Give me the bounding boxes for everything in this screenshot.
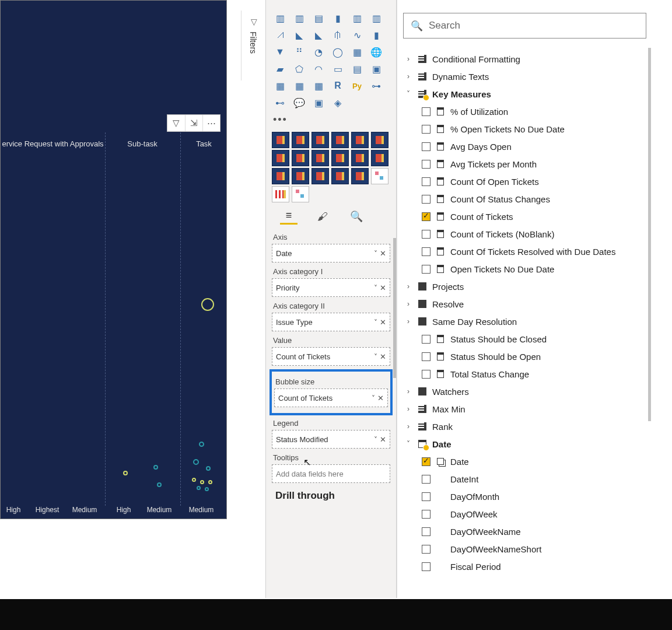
chevron-right-icon[interactable]: ›: [404, 317, 412, 326]
chevron-right-icon[interactable]: ›: [404, 72, 412, 80]
field-checkbox[interactable]: [422, 352, 430, 361]
field-checkbox[interactable]: [422, 160, 430, 169]
field-group[interactable]: ˅Date: [401, 435, 649, 453]
matrix-icon[interactable]: ▦: [310, 78, 327, 93]
treemap-icon[interactable]: ▦: [349, 44, 365, 60]
field-item[interactable]: DayOfMonth: [401, 488, 649, 505]
filter-icon[interactable]: ▽: [167, 115, 185, 131]
multi-row-card-icon[interactable]: ▤: [349, 61, 365, 76]
bubble[interactable]: [206, 466, 211, 471]
decomposition-icon[interactable]: ⊷: [272, 95, 288, 110]
line-column-icon[interactable]: ⫛: [330, 27, 346, 43]
field-checkbox[interactable]: [422, 492, 430, 501]
filters-pane-collapsed[interactable]: ◁ Filters: [241, 10, 264, 80]
custom-visual-icon[interactable]: [272, 168, 289, 184]
gauge-icon[interactable]: ◠: [310, 61, 327, 76]
field-item[interactable]: Status Should be Closed: [401, 330, 649, 348]
field-group[interactable]: ›Rank: [401, 418, 649, 435]
bubble[interactable]: [123, 471, 128, 475]
custom-visual-icon[interactable]: [351, 168, 369, 184]
filled-map-icon[interactable]: ▰: [272, 61, 288, 76]
chevron-down-icon[interactable]: ˅: [404, 440, 412, 448]
stacked-column-icon[interactable]: ▥: [291, 10, 307, 26]
more-visuals-icon[interactable]: •••: [273, 114, 390, 126]
chevron-down-icon[interactable]: ˅: [374, 436, 377, 444]
field-item[interactable]: Fiscal Period: [401, 558, 649, 575]
field-item[interactable]: Count Of Status Changes: [401, 190, 649, 208]
custom-visual-icon[interactable]: [292, 132, 309, 148]
field-group[interactable]: ›Dynamic Texts: [401, 68, 649, 85]
custom-visual-icon[interactable]: [371, 132, 388, 148]
line-chart-icon[interactable]: ⩘: [272, 27, 288, 43]
field-checkbox[interactable]: [422, 527, 430, 536]
field-item[interactable]: Date: [401, 453, 649, 470]
donut-icon[interactable]: ◯: [330, 44, 346, 60]
field-item[interactable]: Count Of Open Tickets: [401, 173, 649, 190]
chevron-right-icon[interactable]: ›: [404, 300, 412, 308]
field-checkbox[interactable]: [422, 545, 430, 554]
field-item[interactable]: Status Should be Open: [401, 348, 649, 365]
field-checkbox[interactable]: [422, 370, 430, 379]
custom-visual-icon[interactable]: [351, 150, 369, 166]
chevron-right-icon[interactable]: ›: [404, 55, 412, 63]
field-item[interactable]: Total Status Change: [401, 365, 649, 383]
field-group[interactable]: ›Resolve: [401, 295, 649, 313]
well-value-field[interactable]: Count of Tickets ˅✕: [272, 347, 390, 366]
custom-visual-icon[interactable]: [312, 150, 329, 166]
custom-visual-icon[interactable]: [292, 186, 309, 202]
analytics-tab-icon[interactable]: 🔍: [348, 208, 365, 225]
field-item[interactable]: Open Tickets No Due Date: [401, 260, 649, 278]
format-tab-icon[interactable]: 🖌: [314, 208, 331, 225]
remove-icon[interactable]: ✕: [380, 318, 386, 327]
chevron-down-icon[interactable]: ˅: [374, 284, 377, 292]
key-influencers-icon[interactable]: ⊶: [368, 78, 384, 93]
slicer-icon[interactable]: ▦: [272, 78, 288, 93]
field-group[interactable]: ›Same Day Resolution: [401, 313, 649, 330]
bubble[interactable]: [205, 487, 209, 491]
field-checkbox[interactable]: [422, 107, 430, 116]
stacked-column-100-icon[interactable]: ▥: [368, 10, 384, 26]
custom-visual-icon[interactable]: [272, 186, 289, 202]
bubble[interactable]: [193, 459, 199, 465]
bubble[interactable]: [153, 465, 158, 470]
more-options-icon[interactable]: ⋯: [202, 115, 220, 131]
remove-icon[interactable]: ✕: [380, 435, 386, 444]
custom-visual-icon[interactable]: [331, 168, 349, 184]
bubble[interactable]: [197, 486, 201, 490]
bubble[interactable]: [199, 442, 204, 447]
scatter-icon[interactable]: ⠛: [291, 44, 307, 60]
field-group[interactable]: ›Max Min: [401, 400, 649, 418]
chevron-down-icon[interactable]: ˅: [374, 250, 377, 258]
chevron-right-icon[interactable]: ›: [404, 387, 412, 396]
app-source-icon[interactable]: ◈: [330, 95, 346, 110]
field-group[interactable]: ˅Key Measures: [401, 85, 649, 103]
well-bubble-size[interactable]: Count of Tickets ˅✕: [274, 388, 388, 407]
bubble[interactable]: [192, 478, 196, 482]
custom-visual-icon[interactable]: [292, 168, 309, 184]
field-checkbox[interactable]: [422, 265, 430, 274]
custom-visual-icon[interactable]: [351, 132, 369, 148]
well-axis[interactable]: Date ˅✕: [272, 244, 390, 262]
chevron-down-icon[interactable]: ˅: [404, 90, 412, 98]
py-visual-icon[interactable]: Py: [349, 78, 365, 93]
custom-visual-icon[interactable]: [331, 132, 349, 148]
custom-visual-icon[interactable]: [292, 150, 309, 166]
shape-map-icon[interactable]: ⬠: [291, 61, 307, 76]
field-checkbox[interactable]: [422, 475, 430, 484]
qa-icon[interactable]: 💬: [291, 95, 307, 110]
field-checkbox[interactable]: [422, 177, 430, 186]
custom-visual-icon[interactable]: [371, 168, 388, 184]
focus-mode-icon[interactable]: ⇲: [185, 115, 202, 131]
field-checkbox[interactable]: [422, 195, 430, 204]
bubble[interactable]: [201, 298, 214, 311]
field-item[interactable]: Avg Days Open: [401, 138, 649, 155]
bubble[interactable]: [208, 480, 212, 484]
field-item[interactable]: Count Of Tickets Resolved with Due Dates: [401, 243, 649, 260]
r-visual-icon[interactable]: R: [330, 78, 346, 93]
paginated-icon[interactable]: ▣: [310, 95, 327, 110]
scrollbar[interactable]: [393, 238, 396, 378]
field-checkbox[interactable]: [422, 335, 430, 344]
well-axis-category-1[interactable]: Priority ˅✕: [272, 278, 390, 297]
custom-visual-icon[interactable]: [371, 150, 388, 166]
stacked-bar-icon[interactable]: ▥: [272, 10, 288, 26]
